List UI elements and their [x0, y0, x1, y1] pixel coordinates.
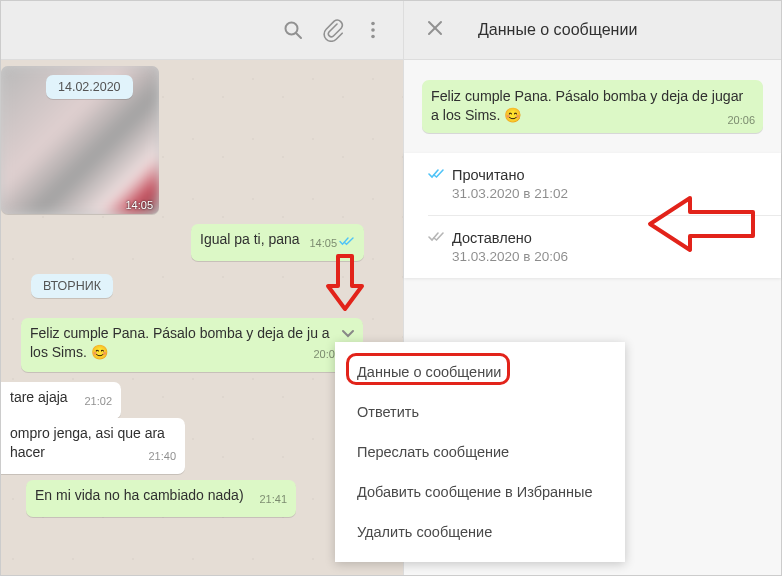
message-time: 20:06 [727, 111, 755, 130]
message-text: Feliz cumple Pana. Pásalo bomba y deja d… [30, 325, 330, 360]
menu-item-delete[interactable]: Удалить сообщение [335, 512, 625, 552]
svg-point-3 [371, 28, 375, 32]
message-time: 21:41 [259, 490, 287, 509]
menu-item-forward[interactable]: Переслать сообщение [335, 432, 625, 472]
menu-icon[interactable] [353, 10, 393, 50]
message-text: Igual pa ti, pana [200, 231, 300, 247]
message-time: 21:40 [148, 447, 176, 466]
menu-item-star[interactable]: Добавить сообщение в Избранные [335, 472, 625, 512]
message-out-selected[interactable]: Feliz cumple Pana. Pásalo bomba y deja d… [21, 318, 363, 372]
svg-line-1 [296, 33, 301, 38]
info-header: Данные о сообщении [404, 1, 781, 60]
menu-item-reply[interactable]: Ответить [335, 392, 625, 432]
context-menu: Данные о сообщении Ответить Переслать со… [335, 342, 625, 562]
panel-title: Данные о сообщении [478, 21, 637, 39]
svg-point-2 [371, 22, 375, 26]
attach-icon[interactable] [313, 10, 353, 50]
status-label: Прочитано [452, 167, 525, 183]
message-time: 21:02 [84, 392, 112, 411]
annotation-arrow-left [645, 194, 755, 254]
message-in[interactable]: tare ajaja 21:02 [1, 382, 121, 419]
menu-item-info[interactable]: Данные о сообщении [335, 352, 625, 392]
message-time: 14:05 [309, 234, 337, 253]
message-text: Feliz cumple Pana. Pásalo bomba y deja d… [431, 88, 743, 123]
double-check-blue-icon [428, 167, 446, 183]
chat-header [1, 1, 403, 60]
svg-point-4 [371, 35, 375, 39]
annotation-arrow-down [325, 254, 365, 314]
message-preview: Feliz cumple Pana. Pásalo bomba y deja d… [422, 80, 763, 133]
day-label: ВТОРНИК [31, 274, 113, 298]
close-icon[interactable] [418, 13, 452, 48]
date-chip: 14.02.2020 [46, 75, 133, 99]
double-check-gray-icon [428, 230, 446, 246]
message-text: tare ajaja [10, 389, 68, 405]
message-time: 14:05 [125, 199, 153, 211]
message-in[interactable]: ompro jenga, asi que ara hacer 21:40 [1, 418, 185, 474]
message-text: ompro jenga, asi que ara hacer [10, 425, 165, 460]
message-text: En mi vida no ha cambiado nada) [35, 487, 244, 503]
status-label: Доставлено [452, 230, 532, 246]
search-icon[interactable] [273, 10, 313, 50]
message-out[interactable]: En mi vida no ha cambiado nada) 21:41 [26, 480, 296, 517]
double-check-icon [339, 234, 355, 253]
